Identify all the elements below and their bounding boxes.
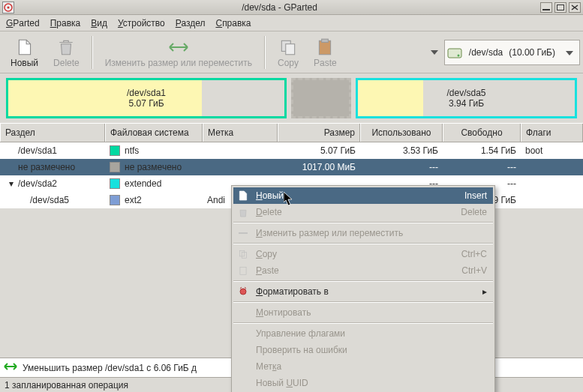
menu-gparted[interactable]: GParted bbox=[6, 18, 40, 28]
delete-button: Delete bbox=[46, 33, 87, 72]
toolbar: Новый Delete Изменить размер или перемес… bbox=[0, 31, 583, 73]
resize-icon bbox=[167, 37, 190, 58]
ctx-paste: Paste Ctrl+V bbox=[233, 262, 493, 279]
window-title: /dev/sda - GParted bbox=[19, 2, 540, 13]
col-free[interactable]: Свободно bbox=[443, 124, 521, 142]
ctx-delete: Delete Delete bbox=[233, 204, 493, 220]
ctx-mount: Монтировать bbox=[233, 304, 493, 321]
menu-help[interactable]: Справка bbox=[215, 18, 251, 28]
partition-name: /dev/sda5 bbox=[446, 88, 485, 98]
delete-icon bbox=[56, 37, 76, 58]
col-filesystem[interactable]: Файловая система bbox=[105, 124, 203, 142]
menu-partition[interactable]: Раздел bbox=[176, 18, 206, 28]
col-size[interactable]: Размер bbox=[278, 124, 360, 142]
resize-icon bbox=[236, 229, 250, 237]
table-row[interactable]: /dev/sda1ntfs5.07 ГиБ3.53 ГиБ1.54 ГиБboo… bbox=[0, 142, 583, 159]
ctx-copy: Copy Ctrl+C bbox=[233, 246, 493, 262]
context-menu: Новый Insert Delete Delete Изменить разм… bbox=[231, 185, 495, 392]
device-selector[interactable]: /dev/sda (10.00 ГиБ) bbox=[444, 40, 580, 65]
table-row[interactable]: не размеченоне размечено1017.00 МиБ-----… bbox=[0, 159, 583, 175]
menu-view[interactable]: Вид bbox=[91, 18, 107, 28]
ctx-format[interactable]: Форматировать в ▸ bbox=[233, 283, 493, 300]
partition-size: 3.94 ГиБ bbox=[449, 98, 484, 109]
titlebar: /dev/sda - GParted bbox=[0, 0, 583, 15]
col-label[interactable]: Метка bbox=[203, 124, 278, 142]
svg-rect-5 bbox=[320, 40, 331, 54]
pending-op-text: Уменьшить размер /dev/sda1 с 6.06 ГиБ д bbox=[23, 363, 197, 373]
svg-point-1 bbox=[8, 6, 10, 8]
svg-rect-4 bbox=[286, 43, 295, 54]
new-icon bbox=[15, 37, 35, 58]
device-name: /dev/sda bbox=[469, 47, 503, 58]
paste-button: Paste bbox=[306, 33, 344, 72]
submenu-arrow-icon: ▸ bbox=[482, 286, 487, 297]
disk-icon bbox=[446, 44, 463, 61]
minimize-button[interactable] bbox=[540, 2, 552, 13]
ctx-new[interactable]: Новый Insert bbox=[233, 187, 493, 204]
new-button[interactable]: Новый bbox=[3, 33, 46, 72]
diskmap-partition-sda1[interactable]: /dev/sda1 5.07 ГиБ bbox=[6, 78, 287, 118]
close-button[interactable] bbox=[569, 2, 581, 13]
svg-rect-11 bbox=[240, 267, 246, 274]
paste-icon bbox=[315, 37, 335, 58]
ctx-uuid: Новый UUID bbox=[233, 375, 493, 391]
menu-device[interactable]: Устройство bbox=[118, 18, 165, 28]
apply-dropdown-icon[interactable] bbox=[428, 37, 441, 67]
col-flags[interactable]: Флаги bbox=[521, 124, 583, 142]
app-menu-icon[interactable] bbox=[2, 1, 14, 13]
delete-icon bbox=[236, 206, 250, 218]
chevron-down-icon bbox=[566, 47, 573, 58]
col-used[interactable]: Использовано bbox=[360, 124, 443, 142]
device-size: (10.00 ГиБ) bbox=[509, 47, 555, 58]
status-text: 1 запланированная операция bbox=[5, 380, 128, 391]
copy-icon bbox=[278, 37, 298, 58]
ctx-label: Метка bbox=[233, 358, 493, 375]
copy-icon bbox=[236, 249, 250, 259]
menu-edit[interactable]: Правка bbox=[50, 18, 81, 28]
svg-rect-10 bbox=[242, 253, 246, 259]
disk-map: /dev/sda1 5.07 ГиБ /dev/sda5 3.94 ГиБ bbox=[0, 73, 583, 123]
partition-table-header: Раздел Файловая система Метка Размер Исп… bbox=[0, 123, 583, 142]
maximize-button[interactable] bbox=[554, 2, 566, 13]
diskmap-unallocated[interactable] bbox=[291, 78, 351, 118]
svg-rect-2 bbox=[557, 4, 564, 10]
separator bbox=[92, 36, 93, 69]
format-icon bbox=[236, 286, 250, 297]
svg-point-12 bbox=[240, 289, 246, 295]
col-partition[interactable]: Раздел bbox=[0, 124, 105, 142]
ctx-flags: Управление флагами bbox=[233, 325, 493, 342]
svg-point-8 bbox=[457, 54, 459, 56]
ctx-check: Проверить на ошибки bbox=[233, 342, 493, 358]
svg-rect-7 bbox=[448, 49, 461, 58]
svg-rect-9 bbox=[239, 250, 244, 256]
resize-button: Изменить размер или переместить bbox=[98, 33, 260, 72]
new-icon bbox=[236, 190, 250, 202]
separator bbox=[264, 36, 266, 69]
diskmap-partition-sda5[interactable]: /dev/sda5 3.94 ГиБ bbox=[356, 78, 577, 118]
resize-op-icon bbox=[3, 361, 18, 374]
menubar: GParted Правка Вид Устройство Раздел Спр… bbox=[0, 15, 583, 31]
ctx-resize: Изменить размер или переместить bbox=[233, 225, 493, 241]
paste-icon bbox=[236, 265, 250, 276]
svg-rect-6 bbox=[322, 39, 329, 42]
copy-button: Copy bbox=[270, 33, 306, 72]
